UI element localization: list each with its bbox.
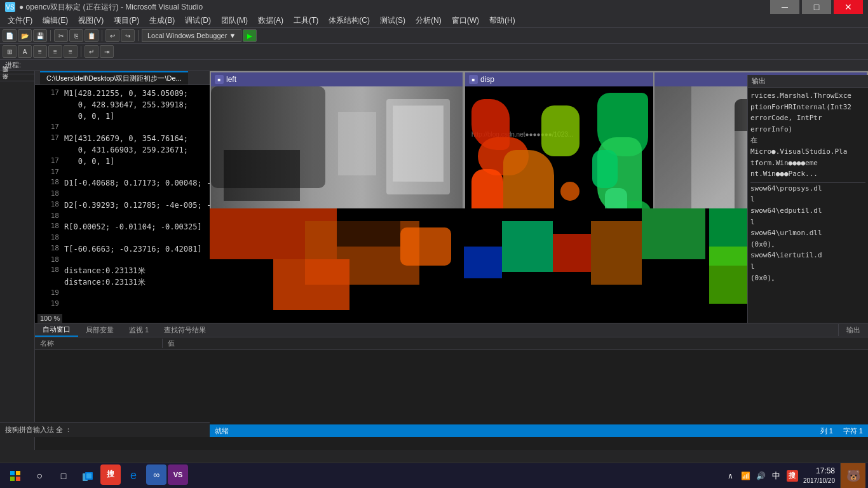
start-button[interactable]: [3, 464, 28, 487]
code-line-14: 18: [40, 233, 205, 243]
taskbar-items: ○ □ 搜 e ∞ VS: [28, 464, 726, 487]
tray-volume[interactable]: 🔊: [756, 471, 766, 481]
tb-r1b1[interactable]: ⊞: [3, 45, 17, 58]
menu-debug[interactable]: 调试(D): [180, 14, 216, 27]
taskbar-app1[interactable]: ∞: [146, 464, 166, 485]
taskbar-taskview[interactable]: □: [52, 464, 75, 487]
title-bar: VS ● opencv双目标定 (正在运行) - Microsoft Visua…: [0, 0, 868, 14]
dll-line-5: swow64\urlmon.dll: [750, 227, 865, 239]
left-label-global[interactable]: 全局: [0, 81, 34, 86]
tb-r1b5[interactable]: ≡: [64, 45, 78, 58]
taskbar-vs[interactable]: VS: [168, 464, 188, 485]
menu-file[interactable]: 文件(F): [3, 14, 37, 27]
code-line-15: 18 T[-60.6663; -0.23716; 0.42081]: [40, 243, 205, 255]
tb-play[interactable]: ▶: [243, 29, 257, 42]
taskbar: ○ □ 搜 e ∞ VS ∧ 📶 🔊 中 搜 17:58 2017/10/20: [0, 463, 868, 488]
code-line-16: 18: [40, 255, 205, 266]
code-line-18: distance:0.23131米: [40, 276, 205, 288]
tb-r1b3[interactable]: ≡: [33, 45, 47, 58]
tab-output[interactable]: 输出: [838, 324, 868, 336]
status-col: 列 1: [820, 426, 833, 436]
error-line-3: errorCode, IntPtr: [750, 112, 865, 124]
tb-sep1: [50, 30, 51, 41]
cv-window-disp-title: disp: [480, 75, 494, 84]
clock-date: 2017/10/20: [803, 477, 835, 485]
cv-window-disp-titlebar: ■ disp: [465, 72, 653, 86]
svg-rect-2: [10, 477, 15, 481]
taskbar-clock[interactable]: 17:58 2017/10/20: [803, 466, 835, 485]
dll-line-7: swow64\iertutil.d: [750, 250, 865, 261]
debug-target[interactable]: Local Windows Debugger ▼: [142, 29, 241, 42]
vs-main-window: VS ● opencv双目标定 (正在运行) - Microsoft Visua…: [0, 0, 868, 463]
tb-sep3: [138, 30, 139, 41]
tab-auto-window[interactable]: 自动窗口: [35, 323, 78, 337]
tb-r1b6[interactable]: ↵: [85, 45, 98, 58]
right-error-panel: 输出 rvices.Marshal.ThrowExce ptionForHRIn…: [747, 75, 868, 323]
breadcrumb-bar: 进程:: [0, 60, 868, 71]
code-line-13: 18 R[0.00052; -0.01104; -0.00325]: [40, 221, 205, 233]
menu-team[interactable]: 团队(M): [216, 14, 253, 27]
menu-build[interactable]: 生成(B): [144, 14, 180, 27]
tb-open[interactable]: 📂: [18, 29, 32, 42]
tb-paste[interactable]: 📋: [85, 29, 98, 42]
close-button[interactable]: ✕: [834, 0, 863, 14]
tb-sep2: [102, 30, 102, 41]
dll-line-6: (0x0)。: [750, 239, 865, 250]
code-line-11: 18 D2[-0.39293; 0.12785; -4e-005; -0...: [40, 200, 205, 211]
code-line-19: 19: [40, 288, 205, 299]
taskbar-explorer[interactable]: [76, 464, 99, 487]
tab-local-vars[interactable]: 局部变量: [78, 324, 121, 336]
tb-r1b4[interactable]: ≡: [48, 45, 62, 58]
svg-rect-3: [16, 477, 20, 481]
menu-arch[interactable]: 体系结构(C): [323, 14, 375, 27]
tb-undo[interactable]: ↩: [105, 29, 119, 42]
dll-line-9: (0x0)。: [750, 273, 865, 284]
tb-cut[interactable]: ✂: [54, 29, 68, 42]
code-line-20: 19: [40, 299, 205, 309]
svg-rect-0: [10, 471, 15, 475]
tab-watch1[interactable]: 监视 1: [121, 324, 156, 336]
minimize-button[interactable]: ─: [770, 0, 799, 14]
menu-view[interactable]: 视图(V): [73, 14, 109, 27]
tray-ime-lang[interactable]: 中: [771, 471, 782, 481]
tb-new[interactable]: 📄: [3, 29, 17, 42]
toolbar-row1: 📄 📂 💾 ✂ ⎘ 📋 ↩ ↪ Local Windows Debugger ▼…: [0, 28, 868, 44]
code-line-6: 0, 431.66903, 259.23671;: [40, 144, 205, 156]
tb-r1b2[interactable]: A: [18, 45, 32, 58]
tb-r1b7[interactable]: ⇥: [100, 45, 114, 58]
code-line-1: 17 M1[428.21255, 0, 345.05089;: [40, 88, 205, 99]
taskbar-search[interactable]: ○: [28, 464, 51, 487]
code-line-10: 18: [40, 189, 205, 200]
code-line-5: 17 M2[431.26679, 0, 354.76164;: [40, 133, 205, 144]
tray-chevron[interactable]: ∧: [726, 471, 736, 481]
menu-data[interactable]: 数据(A): [253, 14, 288, 27]
taskbar-ie[interactable]: e: [122, 464, 145, 487]
tb-redo[interactable]: ↪: [121, 29, 135, 42]
menu-help[interactable]: 帮助(H): [484, 14, 520, 27]
tray-network[interactable]: 📶: [741, 471, 751, 481]
menu-edit[interactable]: 编辑(E): [37, 14, 73, 27]
error-line-7: tform.Win●●●●eme: [750, 158, 865, 169]
left-label-disasm[interactable]: 反汇编: [0, 74, 34, 79]
notification-area[interactable]: 🐻: [840, 463, 865, 489]
status-char: 字符 1: [843, 426, 863, 436]
table-header: 名称 值: [35, 337, 868, 350]
menu-window[interactable]: 窗口(W): [447, 14, 484, 27]
error-line-1: rvices.Marshal.ThrowExce: [750, 90, 865, 102]
col-value-header: 值: [162, 339, 868, 348]
tb-copy[interactable]: ⎘: [69, 29, 83, 42]
menu-analyze[interactable]: 分析(N): [410, 14, 447, 27]
menu-project[interactable]: 项目(P): [109, 14, 144, 27]
file-tab-item[interactable]: C:\Users\dell\Desktop\双目测距初步一\De...: [40, 71, 188, 85]
tab-find-symbol[interactable]: 查找符号结果: [156, 324, 214, 336]
progress-label: 进程:: [5, 60, 21, 70]
cv-window-left-title: left: [226, 75, 236, 84]
code-line-8: 17: [40, 167, 205, 178]
taskbar-tray: ∧ 📶 🔊 中 搜 17:58 2017/10/20: [726, 466, 840, 485]
tray-ime-icon[interactable]: 搜: [787, 470, 798, 482]
taskbar-sougou[interactable]: 搜: [100, 464, 121, 485]
tb-save[interactable]: 💾: [33, 29, 47, 42]
menu-test[interactable]: 测试(S): [375, 14, 410, 27]
maximize-button[interactable]: □: [802, 0, 831, 14]
menu-tools[interactable]: 工具(T): [288, 14, 323, 27]
